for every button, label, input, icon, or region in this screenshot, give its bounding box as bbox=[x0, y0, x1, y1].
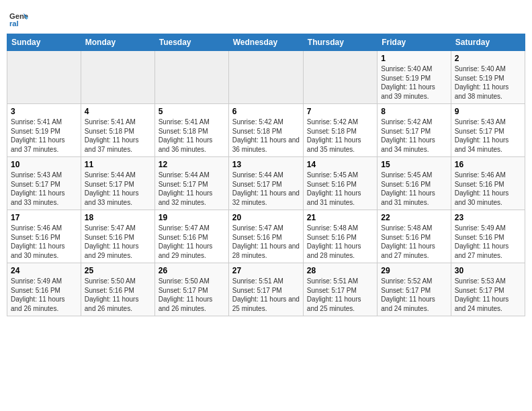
day-cell bbox=[7, 51, 81, 104]
week-row-1: 1Sunrise: 5:40 AM Sunset: 5:19 PM Daylig… bbox=[7, 51, 525, 104]
day-info: Sunrise: 5:49 AM Sunset: 5:16 PM Dayligh… bbox=[11, 277, 77, 313]
day-number: 21 bbox=[307, 213, 373, 222]
day-info: Sunrise: 5:43 AM Sunset: 5:17 PM Dayligh… bbox=[11, 171, 77, 207]
day-cell bbox=[81, 51, 154, 104]
day-info: Sunrise: 5:42 AM Sunset: 5:18 PM Dayligh… bbox=[307, 118, 373, 154]
day-number: 20 bbox=[232, 213, 300, 222]
day-cell: 30Sunrise: 5:53 AM Sunset: 5:17 PM Dayli… bbox=[451, 263, 525, 316]
day-cell: 29Sunrise: 5:52 AM Sunset: 5:17 PM Dayli… bbox=[378, 263, 451, 316]
day-number: 28 bbox=[307, 266, 373, 275]
week-row-4: 17Sunrise: 5:46 AM Sunset: 5:16 PM Dayli… bbox=[7, 210, 525, 263]
day-cell: 24Sunrise: 5:49 AM Sunset: 5:16 PM Dayli… bbox=[7, 263, 81, 316]
day-cell: 25Sunrise: 5:50 AM Sunset: 5:16 PM Dayli… bbox=[81, 263, 154, 316]
day-cell: 4Sunrise: 5:41 AM Sunset: 5:18 PM Daylig… bbox=[81, 104, 154, 157]
day-number: 26 bbox=[159, 266, 225, 275]
day-info: Sunrise: 5:46 AM Sunset: 5:16 PM Dayligh… bbox=[11, 224, 77, 260]
day-info: Sunrise: 5:52 AM Sunset: 5:17 PM Dayligh… bbox=[381, 277, 447, 313]
day-number: 14 bbox=[307, 160, 373, 169]
day-number: 24 bbox=[11, 266, 77, 275]
day-cell: 10Sunrise: 5:43 AM Sunset: 5:17 PM Dayli… bbox=[7, 157, 81, 210]
day-header-thursday: Thursday bbox=[303, 34, 377, 51]
day-number: 1 bbox=[381, 54, 447, 63]
week-row-3: 10Sunrise: 5:43 AM Sunset: 5:17 PM Dayli… bbox=[7, 157, 525, 210]
day-number: 8 bbox=[381, 107, 447, 116]
day-number: 4 bbox=[85, 107, 151, 116]
day-number: 25 bbox=[85, 266, 151, 275]
day-info: Sunrise: 5:41 AM Sunset: 5:19 PM Dayligh… bbox=[11, 118, 77, 154]
day-cell bbox=[303, 51, 377, 104]
day-number: 10 bbox=[11, 160, 77, 169]
day-cell: 26Sunrise: 5:50 AM Sunset: 5:17 PM Dayli… bbox=[154, 263, 228, 316]
day-info: Sunrise: 5:44 AM Sunset: 5:17 PM Dayligh… bbox=[85, 171, 151, 207]
day-info: Sunrise: 5:45 AM Sunset: 5:16 PM Dayligh… bbox=[307, 171, 373, 207]
day-cell: 16Sunrise: 5:46 AM Sunset: 5:16 PM Dayli… bbox=[451, 157, 525, 210]
day-number: 13 bbox=[232, 160, 300, 169]
day-info: Sunrise: 5:44 AM Sunset: 5:17 PM Dayligh… bbox=[159, 171, 225, 207]
day-info: Sunrise: 5:50 AM Sunset: 5:16 PM Dayligh… bbox=[85, 277, 151, 313]
day-cell: 14Sunrise: 5:45 AM Sunset: 5:16 PM Dayli… bbox=[303, 157, 377, 210]
day-number: 23 bbox=[455, 213, 521, 222]
day-cell: 12Sunrise: 5:44 AM Sunset: 5:17 PM Dayli… bbox=[154, 157, 228, 210]
day-cell: 15Sunrise: 5:45 AM Sunset: 5:16 PM Dayli… bbox=[378, 157, 451, 210]
day-info: Sunrise: 5:40 AM Sunset: 5:19 PM Dayligh… bbox=[381, 64, 447, 101]
day-number: 30 bbox=[455, 266, 521, 275]
day-info: Sunrise: 5:41 AM Sunset: 5:18 PM Dayligh… bbox=[85, 118, 151, 154]
day-info: Sunrise: 5:47 AM Sunset: 5:16 PM Dayligh… bbox=[232, 224, 300, 260]
day-header-tuesday: Tuesday bbox=[154, 34, 228, 51]
day-info: Sunrise: 5:42 AM Sunset: 5:17 PM Dayligh… bbox=[381, 118, 447, 154]
logo: Gene ral bbox=[7, 9, 28, 28]
day-cell bbox=[154, 51, 228, 104]
day-info: Sunrise: 5:40 AM Sunset: 5:19 PM Dayligh… bbox=[455, 64, 521, 101]
day-cell: 17Sunrise: 5:46 AM Sunset: 5:16 PM Dayli… bbox=[7, 210, 81, 263]
day-info: Sunrise: 5:51 AM Sunset: 5:17 PM Dayligh… bbox=[307, 277, 373, 313]
calendar: SundayMondayTuesdayWednesdayThursdayFrid… bbox=[7, 34, 525, 316]
day-info: Sunrise: 5:49 AM Sunset: 5:16 PM Dayligh… bbox=[455, 224, 521, 260]
day-number: 11 bbox=[85, 160, 151, 169]
day-number: 16 bbox=[455, 160, 521, 169]
day-cell: 3Sunrise: 5:41 AM Sunset: 5:19 PM Daylig… bbox=[7, 104, 81, 157]
calendar-header: SundayMondayTuesdayWednesdayThursdayFrid… bbox=[7, 34, 525, 51]
day-header-monday: Monday bbox=[81, 34, 154, 51]
day-number: 18 bbox=[85, 213, 151, 222]
day-number: 17 bbox=[11, 213, 77, 222]
day-header-friday: Friday bbox=[378, 34, 451, 51]
day-cell: 11Sunrise: 5:44 AM Sunset: 5:17 PM Dayli… bbox=[81, 157, 154, 210]
day-number: 2 bbox=[455, 54, 521, 63]
day-cell: 5Sunrise: 5:41 AM Sunset: 5:18 PM Daylig… bbox=[154, 104, 228, 157]
header-row: SundayMondayTuesdayWednesdayThursdayFrid… bbox=[7, 34, 525, 51]
day-info: Sunrise: 5:42 AM Sunset: 5:18 PM Dayligh… bbox=[232, 118, 300, 154]
logo-icon: Gene ral bbox=[9, 9, 28, 28]
day-cell: 18Sunrise: 5:47 AM Sunset: 5:16 PM Dayli… bbox=[81, 210, 154, 263]
day-number: 3 bbox=[11, 107, 77, 116]
day-cell: 27Sunrise: 5:51 AM Sunset: 5:17 PM Dayli… bbox=[228, 263, 303, 316]
day-cell: 28Sunrise: 5:51 AM Sunset: 5:17 PM Dayli… bbox=[303, 263, 377, 316]
day-header-wednesday: Wednesday bbox=[228, 34, 303, 51]
day-info: Sunrise: 5:48 AM Sunset: 5:16 PM Dayligh… bbox=[381, 224, 447, 260]
day-number: 29 bbox=[381, 266, 447, 275]
day-number: 27 bbox=[232, 266, 300, 275]
day-info: Sunrise: 5:45 AM Sunset: 5:16 PM Dayligh… bbox=[381, 171, 447, 207]
day-cell: 21Sunrise: 5:48 AM Sunset: 5:16 PM Dayli… bbox=[303, 210, 377, 263]
day-cell: 6Sunrise: 5:42 AM Sunset: 5:18 PM Daylig… bbox=[228, 104, 303, 157]
calendar-body: 1Sunrise: 5:40 AM Sunset: 5:19 PM Daylig… bbox=[7, 51, 525, 316]
day-info: Sunrise: 5:50 AM Sunset: 5:17 PM Dayligh… bbox=[159, 277, 225, 313]
day-number: 5 bbox=[159, 107, 225, 116]
week-row-2: 3Sunrise: 5:41 AM Sunset: 5:19 PM Daylig… bbox=[7, 104, 525, 157]
day-number: 9 bbox=[455, 107, 521, 116]
svg-text:ral: ral bbox=[9, 19, 19, 28]
day-number: 19 bbox=[159, 213, 225, 222]
day-info: Sunrise: 5:47 AM Sunset: 5:16 PM Dayligh… bbox=[159, 224, 225, 260]
day-info: Sunrise: 5:41 AM Sunset: 5:18 PM Dayligh… bbox=[159, 118, 225, 154]
day-number: 7 bbox=[307, 107, 373, 116]
day-cell: 13Sunrise: 5:44 AM Sunset: 5:17 PM Dayli… bbox=[228, 157, 303, 210]
day-cell: 2Sunrise: 5:40 AM Sunset: 5:19 PM Daylig… bbox=[451, 51, 525, 104]
day-cell: 19Sunrise: 5:47 AM Sunset: 5:16 PM Dayli… bbox=[154, 210, 228, 263]
day-cell: 1Sunrise: 5:40 AM Sunset: 5:19 PM Daylig… bbox=[378, 51, 451, 104]
day-number: 15 bbox=[381, 160, 447, 169]
day-info: Sunrise: 5:46 AM Sunset: 5:16 PM Dayligh… bbox=[455, 171, 521, 207]
day-number: 6 bbox=[232, 107, 300, 116]
day-number: 22 bbox=[381, 213, 447, 222]
day-info: Sunrise: 5:43 AM Sunset: 5:17 PM Dayligh… bbox=[455, 118, 521, 154]
day-info: Sunrise: 5:44 AM Sunset: 5:17 PM Dayligh… bbox=[232, 171, 300, 207]
day-info: Sunrise: 5:48 AM Sunset: 5:16 PM Dayligh… bbox=[307, 224, 373, 260]
